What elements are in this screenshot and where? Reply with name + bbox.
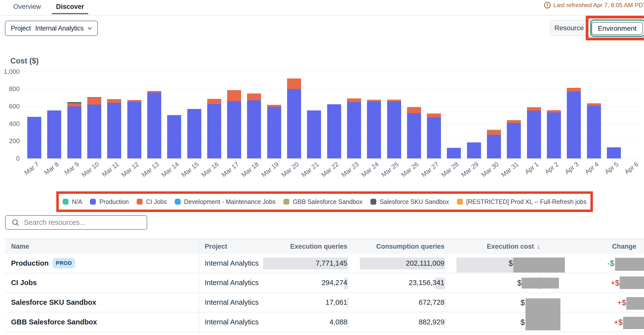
bar-mar-26[interactable] bbox=[407, 107, 421, 158]
bar-mar-27[interactable] bbox=[427, 113, 441, 158]
bar-mar-22[interactable] bbox=[327, 104, 341, 158]
bar-mar-31[interactable] bbox=[507, 120, 521, 158]
bar-segment bbox=[527, 111, 541, 158]
bar-mar-14[interactable] bbox=[167, 115, 181, 158]
column-header-name[interactable]: Name bbox=[11, 239, 85, 254]
bar-mar-13[interactable] bbox=[147, 91, 161, 158]
redaction-box bbox=[620, 276, 644, 289]
bar-mar-16[interactable] bbox=[207, 99, 221, 158]
redaction-box bbox=[522, 278, 559, 288]
column-header-label: Consumption queries bbox=[376, 243, 444, 250]
legend-swatch bbox=[175, 199, 181, 205]
bar-segment bbox=[267, 107, 281, 158]
bar-apr-2[interactable] bbox=[547, 110, 561, 158]
project-filter-value: Internal Analytics bbox=[35, 25, 84, 32]
legend-item[interactable]: [RESTRICTED] Prod XL -- Full-Refresh job… bbox=[457, 198, 586, 205]
chart-title: Cost ($) bbox=[10, 57, 38, 66]
bar-segment bbox=[247, 100, 261, 158]
bar-mar-30[interactable] bbox=[487, 130, 501, 158]
active-tab-underline bbox=[52, 13, 88, 14]
legend-item[interactable]: N/A bbox=[63, 198, 82, 205]
resource-name: CI Jobs bbox=[11, 279, 37, 287]
bar-mar-23[interactable] bbox=[347, 98, 361, 158]
change-value-prefix: +$ bbox=[618, 298, 626, 307]
bar-segment bbox=[547, 112, 561, 158]
bar-mar-29[interactable] bbox=[467, 142, 481, 158]
x-tick-label: Mar 7 bbox=[23, 160, 40, 176]
legend-item[interactable]: Salesforce SKU Sandbox bbox=[370, 198, 449, 205]
bar-segment bbox=[567, 88, 581, 91]
tab-discover[interactable]: Discover bbox=[52, 3, 88, 11]
x-tick-label: Mar 21 bbox=[300, 160, 320, 179]
resource-name: Production bbox=[11, 259, 49, 267]
y-tick-label: 0 bbox=[0, 155, 20, 162]
legend-item[interactable]: Production bbox=[90, 198, 129, 205]
bar-mar-17[interactable] bbox=[227, 90, 241, 158]
x-tick-label: Mar 19 bbox=[260, 160, 280, 179]
redaction-box bbox=[623, 317, 644, 329]
bar-mar-12[interactable] bbox=[127, 100, 141, 158]
column-header-execution-queries[interactable]: Execution queries bbox=[274, 239, 347, 254]
legend-label: Production bbox=[99, 198, 129, 205]
bar-segment bbox=[587, 103, 601, 106]
bar-mar-15[interactable] bbox=[187, 109, 201, 158]
bar-mar-11[interactable] bbox=[107, 99, 121, 158]
legend-item[interactable]: CI Jobs bbox=[137, 198, 167, 205]
toggle-option-resource[interactable]: Resource bbox=[550, 21, 588, 36]
legend-swatch bbox=[284, 199, 289, 205]
bar-mar-28[interactable] bbox=[447, 148, 461, 158]
x-tick-label: Mar 15 bbox=[180, 160, 200, 179]
column-header-project[interactable]: Project bbox=[205, 239, 278, 254]
search-input[interactable] bbox=[24, 218, 142, 226]
bar-mar-10[interactable] bbox=[87, 97, 101, 158]
y-tick-label: 1,000 bbox=[0, 68, 20, 75]
bar-mar-20[interactable] bbox=[287, 79, 301, 158]
legend-label: [RESTRICTED] Prod XL -- Full-Refresh job… bbox=[466, 198, 586, 205]
last-refreshed-status: Last refreshed Apr 7, 8:05 AM PDT bbox=[544, 1, 644, 10]
legend-label: N/A bbox=[72, 198, 82, 205]
bar-segment bbox=[147, 93, 161, 158]
name-cell: Salesforce SKU Sandbox bbox=[11, 293, 198, 312]
column-header-execution-cost[interactable]: Execution cost↓ bbox=[466, 239, 540, 254]
bar-segment bbox=[527, 107, 541, 110]
bar-mar-9[interactable] bbox=[67, 102, 81, 158]
redaction-box bbox=[526, 298, 560, 330]
bar-mar-24[interactable] bbox=[367, 100, 381, 158]
bar-segment bbox=[27, 117, 41, 158]
view-toggle-group: Resource bbox=[550, 20, 588, 36]
bar-apr-4[interactable] bbox=[587, 103, 601, 158]
table-header-row: NameProjectExecution queriesConsumption … bbox=[5, 238, 644, 254]
bar-apr-5[interactable] bbox=[607, 147, 621, 158]
column-header-change[interactable]: Change bbox=[563, 239, 636, 254]
x-tick-label: Mar 26 bbox=[400, 160, 420, 179]
consumption-queries-cell: 202,111,009 bbox=[371, 254, 444, 273]
bar-mar-25[interactable] bbox=[387, 99, 401, 158]
bar-segment bbox=[67, 103, 81, 107]
bar-mar-19[interactable] bbox=[267, 105, 281, 158]
bar-mar-18[interactable] bbox=[247, 94, 261, 158]
bar-segment bbox=[407, 107, 421, 113]
bar-apr-1[interactable] bbox=[527, 107, 541, 158]
execution-cost-currency: $ bbox=[520, 318, 525, 327]
column-header-label: Change bbox=[612, 243, 636, 250]
bar-mar-8[interactable] bbox=[47, 110, 61, 158]
x-tick-label: Mar 22 bbox=[320, 160, 340, 179]
tab-overview[interactable]: Overview bbox=[9, 3, 45, 11]
execution-cost-currency: $ bbox=[517, 279, 521, 287]
bar-segment bbox=[447, 148, 461, 158]
column-header-consumption-queries[interactable]: Consumption queries bbox=[371, 239, 444, 254]
bar-mar-21[interactable] bbox=[307, 110, 321, 158]
chevron-down-icon bbox=[86, 25, 93, 32]
name-cell: GBB Salesforce Sandbox bbox=[11, 312, 198, 331]
legend-item[interactable]: GBB Salesforce Sandbox bbox=[284, 198, 362, 205]
project-filter-dropdown[interactable]: Project Internal Analytics bbox=[5, 21, 98, 36]
execution-queries-cell: 7,771,145 bbox=[274, 254, 347, 273]
bar-mar-7[interactable] bbox=[27, 117, 41, 158]
bar-segment bbox=[307, 110, 321, 158]
x-tick-label: Mar 12 bbox=[120, 160, 140, 179]
execution-queries-cell: 4,088 bbox=[274, 312, 347, 331]
bar-segment bbox=[287, 79, 301, 89]
bar-apr-3[interactable] bbox=[567, 88, 581, 158]
bar-segment bbox=[167, 115, 181, 158]
legend-item[interactable]: Development - Maintenance Jobs bbox=[175, 198, 276, 205]
